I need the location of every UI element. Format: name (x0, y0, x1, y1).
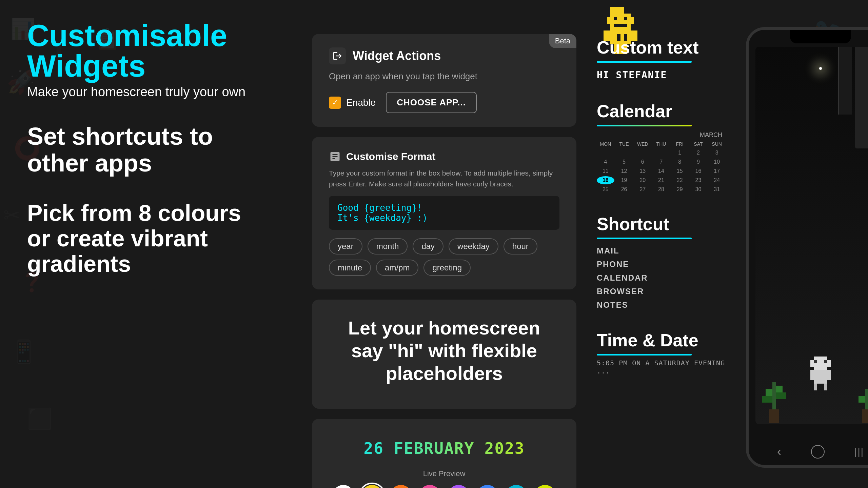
shortcut-notes: NOTES (597, 300, 726, 310)
code-line-1: Good {greeting}! (337, 203, 551, 213)
recent-button[interactable]: ||| (854, 446, 864, 457)
date-display: 26 FEBRUARY 2023 (329, 432, 559, 464)
custom-text-value: HI STEFANIE (597, 69, 726, 81)
color-white[interactable] (332, 485, 354, 488)
colours-title: Pick from 8 coloursor create vibrantgrad… (27, 200, 292, 276)
cal-cell: 9 (690, 158, 707, 166)
cal-cell: 23 (690, 176, 707, 184)
enable-checkbox-container[interactable]: ✓ Enable (329, 97, 376, 109)
time-date-label: Time & Date (597, 330, 726, 350)
home-button[interactable] (811, 445, 825, 459)
time-date-underline (597, 354, 692, 355)
calendar-underline (597, 125, 692, 126)
custom-text-label: Custom text (597, 37, 726, 58)
scene-wall-detail (838, 47, 852, 115)
customise-header: Customise Format (329, 150, 559, 163)
widget-actions-icon (329, 47, 346, 64)
scene-light (819, 67, 822, 70)
cal-cell: 24 (708, 176, 726, 184)
left-section: Customisable Widgets Make your homescree… (27, 20, 292, 468)
scene-shelf (855, 47, 868, 148)
cal-hdr-tue: TUE (615, 140, 633, 148)
tag-day[interactable]: day (413, 238, 443, 255)
color-blue[interactable] (476, 485, 498, 488)
time-date-value: 5:05 PM ON A SATURDAY EVENING ... (597, 359, 726, 375)
cal-hdr-sun: SUN (708, 140, 726, 148)
cal-cell (634, 149, 651, 157)
color-yellow[interactable] (361, 485, 383, 488)
shortcut-browser: BROWSER (597, 287, 726, 296)
cal-cell: 3 (708, 149, 726, 157)
pixel-character (807, 357, 834, 390)
phone-nav-bar: ‹ ||| (749, 438, 868, 465)
enable-label: Enable (346, 97, 376, 108)
tag-month[interactable]: month (368, 238, 408, 255)
tag-year[interactable]: year (329, 238, 362, 255)
tag-weekday[interactable]: weekday (449, 238, 498, 255)
color-lime[interactable] (534, 485, 556, 488)
time-date-feature: Time & Date 5:05 PM ON A SATURDAY EVENIN… (597, 330, 726, 375)
svg-rect-32 (859, 396, 865, 403)
tag-greeting[interactable]: greeting (423, 260, 471, 276)
svg-rect-19 (810, 370, 814, 380)
svg-rect-23 (814, 360, 817, 363)
features-list: Custom text HI STEFANIE Calendar MARCH M… (597, 27, 726, 375)
svg-rect-16 (810, 360, 814, 367)
app-title: Customisable Widgets (27, 20, 292, 81)
tag-ampm[interactable]: am/pm (376, 260, 418, 276)
placeholder-section: Let your homescreensay "hi" with flexibl… (312, 300, 576, 409)
cal-cell: 29 (671, 185, 689, 194)
phone-inner (749, 30, 868, 438)
svg-rect-20 (827, 370, 831, 380)
cal-hdr-fri: FRI (671, 140, 689, 148)
svg-rect-18 (814, 370, 827, 384)
placeholder-title: Let your homescreensay "hi" with flexibl… (329, 317, 559, 385)
shortcuts-title: Set shortcuts toother apps (27, 123, 292, 177)
cal-cell (615, 149, 633, 157)
cal-cell: 11 (597, 167, 614, 175)
color-circles (329, 485, 559, 488)
cal-cell: 8 (671, 158, 689, 166)
color-cyan[interactable] (505, 485, 527, 488)
calendar-label: Calendar (597, 101, 726, 121)
svg-rect-17 (827, 360, 831, 367)
shortcut-mail: MAIL (597, 246, 726, 256)
svg-rect-29 (776, 392, 786, 399)
cal-cell: 25 (597, 185, 614, 194)
cal-cell (597, 149, 614, 157)
cal-cell: 5 (615, 158, 633, 166)
feature-shortcuts-text: Set shortcuts toother apps (27, 116, 292, 183)
cal-cell: 6 (634, 158, 651, 166)
choose-app-button[interactable]: CHOOSE APP... (386, 92, 477, 113)
color-orange[interactable] (390, 485, 412, 488)
plant-left (762, 382, 786, 424)
svg-rect-31 (865, 389, 868, 409)
svg-rect-21 (814, 384, 817, 390)
color-purple[interactable] (448, 485, 470, 488)
cal-hdr-sat: SAT (690, 140, 707, 148)
calendar-feature: Calendar MARCH MON TUE WED THU FRI SAT S… (597, 101, 726, 194)
tag-minute[interactable]: minute (329, 260, 371, 276)
shortcut-phone: PHONE (597, 260, 726, 269)
cal-cell: 22 (671, 176, 689, 184)
tag-hour[interactable]: hour (504, 238, 537, 255)
cal-cell: 1 (671, 149, 689, 157)
color-pink[interactable] (419, 485, 441, 488)
calendar-widget: MARCH MON TUE WED THU FRI SAT SUN (597, 131, 726, 194)
shortcut-label: Shortcut (597, 214, 726, 234)
svg-rect-24 (824, 360, 827, 363)
cal-cell: 17 (708, 167, 726, 175)
calendar-month-header: MARCH (597, 131, 726, 139)
back-button[interactable]: ‹ (777, 445, 781, 459)
svg-rect-28 (762, 396, 772, 403)
dark-scene (755, 47, 868, 424)
color-picker-card: 26 FEBRUARY 2023 Live Preview Gradient M… (312, 419, 576, 488)
phone-scene-area (755, 47, 868, 424)
plant-right (859, 389, 868, 424)
enable-checkbox[interactable]: ✓ (329, 97, 341, 109)
shortcuts-list: MAIL PHONE CALENDAR BROWSER NOTES (597, 246, 726, 310)
customise-title: Customise Format (346, 151, 435, 162)
svg-rect-22 (824, 384, 827, 390)
format-icon (329, 150, 341, 163)
widget-actions-title: Widget Actions (353, 49, 441, 63)
